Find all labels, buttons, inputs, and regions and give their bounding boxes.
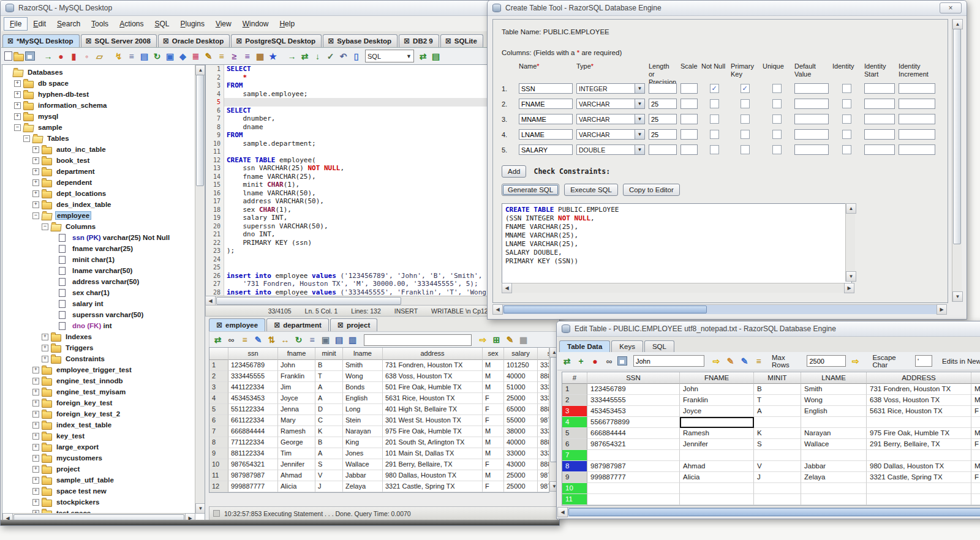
- create-table-title-bar[interactable]: Create Table Tool - RazorSQL Database En…: [488, 1, 967, 16]
- column-header-fname[interactable]: FNAME: [680, 372, 754, 384]
- column-identity_increment-input[interactable]: [899, 129, 935, 140]
- tree-item[interactable]: +sample_utf_table: [2, 474, 195, 486]
- expander-icon[interactable]: +: [42, 356, 48, 362]
- tree-item[interactable]: +des_index_table: [2, 199, 195, 210]
- cell[interactable]: V: [754, 461, 801, 472]
- tree-item[interactable]: +foreign_key_test: [2, 397, 195, 408]
- new-file-icon[interactable]: [4, 51, 12, 61]
- column-identity_start-input[interactable]: [864, 129, 895, 140]
- cell[interactable]: John: [680, 384, 754, 395]
- refresh-icon[interactable]: ↻: [151, 50, 163, 62]
- expander-icon[interactable]: +: [32, 499, 39, 506]
- tree-item[interactable]: +dependent: [2, 177, 195, 188]
- connection-tab-sqlite[interactable]: ⊠SQLite: [440, 34, 483, 47]
- search-input[interactable]: [633, 355, 704, 367]
- expander-icon[interactable]: +: [32, 389, 39, 396]
- column-length-input[interactable]: [649, 144, 677, 155]
- new-editor-icon[interactable]: ▯: [350, 50, 362, 62]
- expander-icon[interactable]: +: [32, 455, 39, 462]
- column-unique-checkbox[interactable]: [772, 114, 782, 124]
- column-unique-checkbox[interactable]: [772, 145, 782, 154]
- cell[interactable]: Ahmad: [680, 461, 754, 472]
- cell[interactable]: F: [971, 472, 980, 483]
- column-default_value-input[interactable]: [794, 83, 829, 94]
- menu-item-file[interactable]: File: [4, 17, 28, 31]
- cell[interactable]: [754, 494, 801, 505]
- save-edits-icon[interactable]: [617, 356, 627, 366]
- expander-icon[interactable]: −: [42, 223, 48, 230]
- tree-item[interactable]: +information_schema: [2, 100, 195, 111]
- main-title-bar[interactable]: RazorSQL - MySQL Desktop: [1, 1, 559, 16]
- cell[interactable]: [754, 450, 801, 461]
- column-name-input[interactable]: [519, 129, 573, 140]
- close-tab-icon[interactable]: ⊠: [163, 37, 169, 45]
- insert-row-icon[interactable]: ⊞: [491, 334, 502, 346]
- expander-icon[interactable]: −: [32, 212, 39, 219]
- cell[interactable]: M: [971, 461, 980, 472]
- cell[interactable]: 987654321: [587, 439, 680, 450]
- column-not_null-checkbox[interactable]: [710, 99, 719, 108]
- foreign-key-icon[interactable]: ↔: [279, 334, 291, 346]
- tree-item[interactable]: +space test new: [2, 486, 195, 497]
- scroll-up-button[interactable]: ▲: [846, 203, 856, 214]
- result-tab-employee[interactable]: ⊠employee: [209, 318, 265, 331]
- column-type-select[interactable]: DOUBLE▼: [576, 144, 645, 155]
- tree-item[interactable]: −sample: [2, 122, 195, 133]
- rollback-icon[interactable]: ◦: [81, 50, 92, 62]
- menu-item-help[interactable]: Help: [274, 18, 300, 30]
- tree-item[interactable]: ssn (PK) varchar(25) Not Null: [2, 232, 195, 243]
- column-primary_key-checkbox[interactable]: [741, 130, 750, 139]
- column-header-salary[interactable]: salary: [504, 348, 538, 360]
- cell[interactable]: [680, 483, 754, 494]
- tree-item[interactable]: +dept_locations: [2, 188, 195, 199]
- expander-icon[interactable]: +: [32, 466, 39, 473]
- check-icon[interactable]: ✓: [325, 50, 336, 62]
- tree-item[interactable]: +Triggers: [2, 342, 195, 353]
- view-icon[interactable]: ∞: [603, 355, 615, 367]
- commit-icon[interactable]: ▮: [68, 50, 80, 62]
- menu-item-actions[interactable]: Actions: [114, 18, 149, 30]
- table-row[interactable]: 7666884444RameshKNarayan975 Fire Oak, Hu…: [209, 426, 549, 437]
- scroll-left-button[interactable]: ◀: [557, 507, 568, 517]
- scrollbar-thumb[interactable]: [503, 306, 707, 313]
- menu-item-search[interactable]: Search: [51, 18, 86, 30]
- tree-item[interactable]: Databases: [2, 67, 195, 78]
- refresh-results-icon[interactable]: ⇄: [212, 334, 224, 346]
- list-icon[interactable]: ▤: [430, 50, 442, 62]
- table-row[interactable]: 7: [562, 450, 980, 461]
- expander-icon[interactable]: +: [32, 201, 39, 208]
- column-identity_start-input[interactable]: [864, 114, 895, 124]
- cell[interactable]: [867, 483, 971, 494]
- view-contents-icon[interactable]: ▤: [138, 50, 150, 62]
- expander-icon[interactable]: +: [32, 477, 39, 484]
- scroll-down-button[interactable]: ▼: [846, 271, 856, 282]
- cell[interactable]: 333445555: [587, 395, 680, 406]
- describe-results-icon[interactable]: ≡: [306, 334, 318, 346]
- tree-item[interactable]: +engine_test_myisam: [2, 386, 195, 397]
- column-header-sex[interactable]: SEX: [971, 372, 980, 384]
- filter-rows-icon[interactable]: ≡: [753, 355, 764, 367]
- column-header-address[interactable]: address: [383, 348, 483, 360]
- scroll-right-button[interactable]: ▶: [937, 304, 947, 315]
- go-filter-icon[interactable]: ⇨: [477, 334, 489, 346]
- expander-icon[interactable]: +: [32, 190, 39, 197]
- add-row-icon[interactable]: +: [575, 355, 587, 367]
- scrollbar-thumb[interactable]: [196, 75, 204, 186]
- expander-icon[interactable]: +: [32, 488, 39, 495]
- cell[interactable]: F: [971, 406, 980, 417]
- table-row[interactable]: 9881122334TimAJones101 Main St, Dallas T…: [209, 448, 549, 459]
- column-identity_start-input[interactable]: [864, 83, 895, 94]
- cell[interactable]: Zelaya: [801, 472, 867, 483]
- tree-item[interactable]: +large_export: [2, 441, 195, 452]
- tree-item[interactable]: +db space: [2, 78, 195, 89]
- cell[interactable]: [754, 483, 801, 494]
- cell[interactable]: [680, 417, 754, 428]
- menu-item-tools[interactable]: Tools: [86, 18, 114, 30]
- scrollbar-thumb[interactable]: [953, 29, 961, 244]
- filter-results-icon[interactable]: ≡: [239, 334, 251, 346]
- cell[interactable]: [971, 450, 980, 461]
- cell[interactable]: 731 Fondren, Houston TX: [867, 384, 971, 395]
- close-tab-icon[interactable]: ⊠: [86, 37, 92, 45]
- column-header-#[interactable]: #: [562, 372, 587, 384]
- column-unique-checkbox[interactable]: [772, 130, 782, 139]
